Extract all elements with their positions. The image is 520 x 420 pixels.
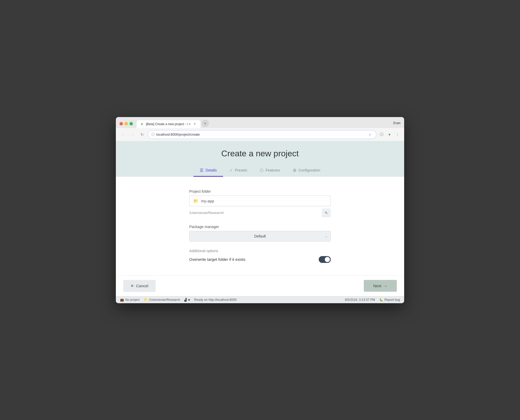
cancel-icon: ✕ — [131, 284, 134, 288]
features-icon: ⬡ — [260, 168, 263, 173]
overwrite-toggle[interactable] — [319, 256, 331, 263]
toolbar: ← → ↻ ⓘ ☆ ⓘ ▼ ⋮ — [116, 128, 404, 141]
cancel-button[interactable]: ✕ Cancel — [123, 280, 156, 292]
tab-configuration[interactable]: ⚙ Configuration — [286, 165, 327, 177]
toolbar-icons: ⓘ ▼ ⋮ — [378, 131, 400, 138]
tab-configuration-label: Configuration — [299, 168, 320, 172]
additional-options-label: Additional options — [189, 249, 331, 253]
tab-title: [Beta] Create a new project - \ × — [146, 122, 191, 126]
reload-button[interactable]: ↻ — [138, 131, 146, 138]
package-manager-label: Package manager — [189, 225, 331, 229]
path-item: 📁 /Users/evan/Research — [144, 298, 180, 302]
presets-icon: ✓ — [229, 168, 233, 173]
url-input[interactable] — [156, 132, 365, 136]
footer-buttons: ✕ Cancel Next → — [116, 275, 404, 296]
ready-text: Ready on http://localhost:8000 — [194, 298, 237, 302]
tab-favicon: ▼ — [140, 122, 144, 126]
report-bug-button[interactable]: 🐛 Report bug — [379, 298, 400, 302]
tab-features-label: Features — [266, 168, 280, 172]
briefcase-icon: 💼 — [120, 298, 124, 302]
monitor-icon: ■ — [188, 298, 190, 302]
tab-details[interactable]: ☰ Details — [193, 165, 223, 177]
traffic-lights — [120, 122, 133, 125]
no-project-text: No project — [125, 298, 140, 302]
toggle-row: Overwrite target folder if it exists — [189, 256, 331, 263]
project-folder-group: Project folder 📁 my-app /Users/evan/Rese… — [189, 189, 331, 217]
overwrite-label: Overwrite target folder if it exists — [189, 257, 245, 262]
page-title: Create a new project — [116, 149, 404, 158]
address-bar[interactable]: ⓘ ☆ — [148, 130, 376, 139]
tab-close-button[interactable]: ✕ — [193, 122, 197, 126]
next-label: Next — [373, 284, 381, 288]
no-project-item: 💼 No project — [120, 298, 140, 302]
folder-icon: 📁 — [193, 198, 198, 203]
tab-features[interactable]: ⬡ Features — [253, 165, 286, 177]
ready-item: Ready on http://localhost:8000 — [194, 298, 237, 302]
select-wrapper: Default npm yarn pnpm ⌄ — [189, 231, 331, 241]
edit-path-button[interactable]: ✎ — [322, 208, 331, 217]
info-icon: ⓘ — [151, 132, 155, 137]
active-tab[interactable]: ▼ [Beta] Create a new project - \ × ✕ — [137, 120, 201, 128]
folder-status-icon: 📁 — [144, 298, 148, 302]
tab-presets-label: Presets — [235, 168, 247, 172]
tab-bar: ▼ [Beta] Create a new project - \ × ✕ + — [137, 120, 391, 128]
vue-icon[interactable]: ▼ — [386, 131, 393, 138]
report-bug-label: Report bug — [384, 298, 400, 302]
info-circle-icon[interactable]: ⓘ — [378, 131, 385, 138]
page-content: Create a new project ☰ Details ✓ Presets… — [116, 141, 404, 303]
status-bar: 💼 No project 📁 /Users/evan/Research ▟ ■ … — [116, 296, 404, 303]
back-button[interactable]: ← — [120, 131, 127, 138]
close-button[interactable] — [120, 122, 123, 125]
next-button[interactable]: Next → — [364, 280, 397, 292]
folder-input-box[interactable]: 📁 my-app — [189, 196, 331, 206]
form-section: Project folder 📁 my-app /Users/evan/Rese… — [189, 189, 331, 263]
star-icon[interactable]: ☆ — [367, 131, 373, 138]
next-arrow-icon: → — [383, 284, 387, 288]
wizard-tabs: ☰ Details ✓ Presets ⬡ Features ⚙ Configu… — [116, 165, 404, 177]
maximize-button[interactable] — [129, 122, 133, 125]
timestamp: 6/5/2018, 3:13:37 PM — [345, 298, 375, 302]
page-header: Create a new project ☰ Details ✓ Presets… — [116, 141, 404, 177]
bug-icon: 🐛 — [379, 298, 383, 302]
new-tab-button[interactable]: + — [202, 120, 209, 127]
tab-details-label: Details — [205, 168, 217, 172]
menu-icon[interactable]: ⋮ — [394, 131, 400, 138]
folder-value: my-app — [201, 199, 214, 203]
additional-options-section: Additional options Overwrite target fold… — [189, 249, 331, 263]
toggle-knob — [325, 257, 330, 262]
status-right: 6/5/2018, 3:13:37 PM 🐛 Report bug — [345, 298, 400, 302]
package-manager-select[interactable]: Default npm yarn pnpm — [189, 231, 331, 241]
browser-window: ▼ [Beta] Create a new project - \ × ✕ + … — [116, 117, 404, 303]
project-folder-label: Project folder — [189, 189, 331, 194]
cancel-label: Cancel — [136, 284, 148, 288]
path-row: /Users/evan/Research/ ✎ — [189, 208, 331, 217]
folder-path: /Users/evan/Research/ — [189, 211, 319, 215]
title-bar: ▼ [Beta] Create a new project - \ × ✕ + … — [116, 117, 404, 128]
form-area: Project folder 📁 my-app /Users/evan/Rese… — [116, 177, 404, 275]
status-path: /Users/evan/Research — [149, 298, 180, 302]
terminal-item: ▟ ■ — [184, 298, 190, 302]
minimize-button[interactable] — [124, 122, 128, 125]
terminal-icon: ▟ — [184, 298, 187, 302]
tab-presets[interactable]: ✓ Presets — [223, 165, 253, 177]
forward-button[interactable]: → — [129, 131, 136, 138]
details-icon: ☰ — [200, 168, 203, 173]
user-label: Evan — [393, 121, 400, 125]
configuration-icon: ⚙ — [293, 168, 296, 173]
package-manager-group: Package manager Default npm yarn pnpm ⌄ — [189, 225, 331, 241]
